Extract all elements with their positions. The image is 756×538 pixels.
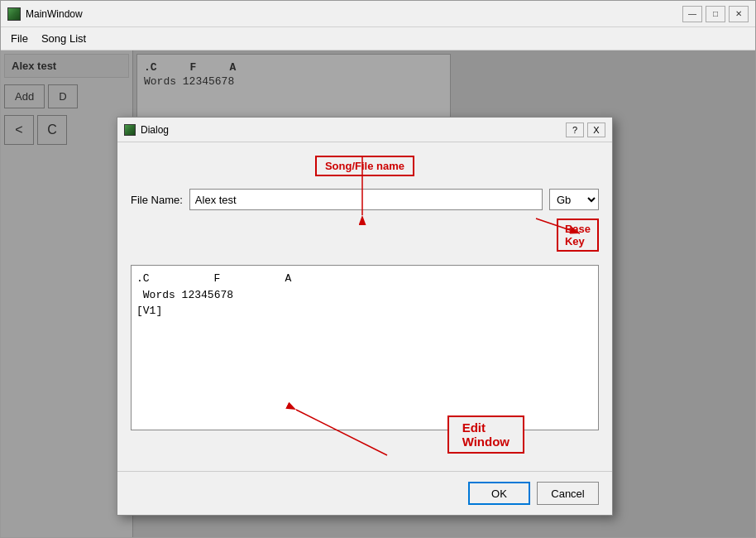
- dialog: Dialog ? X Song/File name File Name:: [117, 117, 613, 516]
- filename-input[interactable]: [189, 189, 543, 210]
- dialog-title-buttons: ? X: [566, 122, 605, 137]
- dialog-footer: OK Cancel: [117, 471, 612, 515]
- song-file-name-annotation: Song/File name: [315, 156, 414, 176]
- menu-file[interactable]: File: [4, 29, 35, 48]
- edit-area-container: .C F A Words 12345678 [V1] Edit Window: [131, 265, 599, 433]
- dialog-title-bar: Dialog ? X: [117, 118, 612, 142]
- window-title: MainWindow: [26, 8, 682, 20]
- menu-bar: File Song List: [1, 27, 755, 50]
- main-content: Alex test Add D < C .C F A Words 1234567…: [1, 50, 755, 537]
- filename-label: File Name:: [131, 194, 183, 206]
- dialog-icon: [124, 124, 136, 136]
- app-icon: [7, 7, 21, 21]
- edit-window-annotation: Edit Window: [447, 416, 524, 454]
- base-key-annotation: Base Key: [557, 219, 599, 252]
- cancel-button[interactable]: Cancel: [537, 482, 599, 505]
- dialog-close-button[interactable]: X: [587, 122, 605, 137]
- dialog-title: Dialog: [141, 124, 566, 136]
- base-key-arrow: [131, 210, 599, 252]
- maximize-button[interactable]: □: [706, 6, 725, 22]
- minimize-button[interactable]: —: [682, 6, 702, 22]
- menu-song-list[interactable]: Song List: [35, 29, 93, 48]
- title-bar-buttons: — □ ✕: [682, 6, 749, 22]
- edit-textarea[interactable]: .C F A Words 12345678 [V1]: [131, 265, 599, 430]
- filename-row: File Name: Gb C D E F G A B: [131, 189, 599, 210]
- main-window: MainWindow — □ ✕ File Song List Alex tes…: [0, 0, 756, 538]
- close-button[interactable]: ✕: [729, 6, 749, 22]
- ok-button[interactable]: OK: [468, 482, 530, 505]
- dialog-body: Song/File name File Name: Gb C D E F G: [117, 142, 612, 446]
- key-select[interactable]: Gb C D E F G A B: [549, 189, 599, 210]
- dialog-help-button[interactable]: ?: [566, 122, 584, 137]
- title-bar: MainWindow — □ ✕: [1, 1, 755, 27]
